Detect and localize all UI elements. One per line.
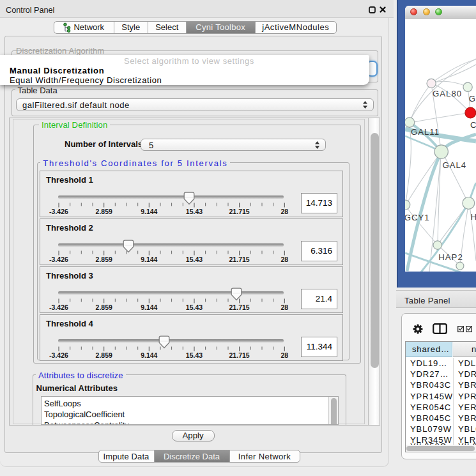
svg-text:G.: G. — [469, 94, 476, 104]
svg-text:H: H — [471, 212, 476, 222]
svg-text:GAL11: GAL11 — [411, 127, 440, 137]
svg-text:HAP2: HAP2 — [438, 252, 463, 262]
svg-text:GCY1: GCY1 — [405, 213, 430, 222]
svg-text:C.: C. — [470, 120, 476, 130]
svg-text:GAL80: GAL80 — [433, 89, 462, 98]
svg-text:GAL4: GAL4 — [442, 160, 466, 170]
